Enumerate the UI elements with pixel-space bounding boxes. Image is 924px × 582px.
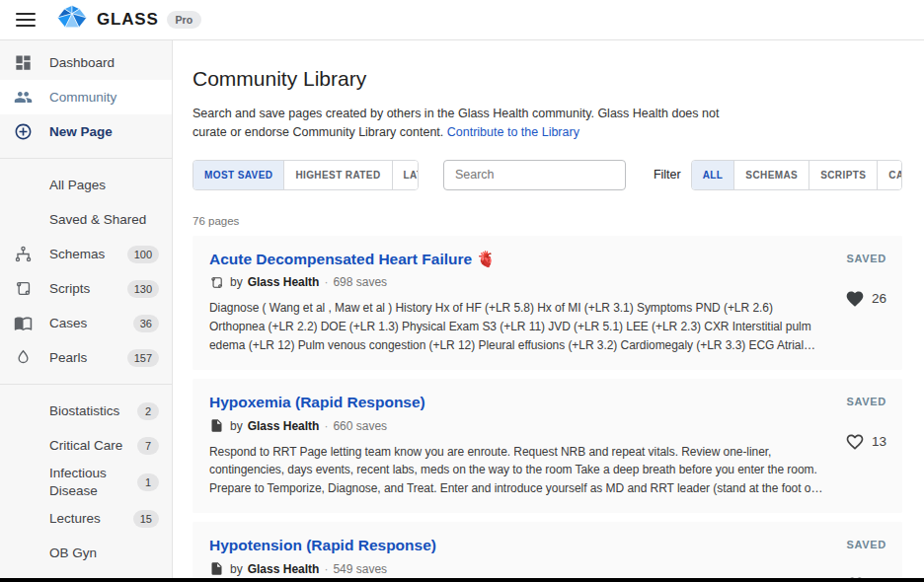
card-author: Glass Health: [248, 562, 320, 576]
like-count: 26: [872, 291, 886, 306]
count-badge: 36: [133, 315, 159, 332]
sidebar-item[interactable]: Dashboard: [0, 45, 172, 80]
sidebar-item[interactable]: All Pages: [0, 168, 172, 202]
card-saves-count: 549 saves: [333, 562, 387, 576]
sidebar-item[interactable]: OB Gyn: [0, 536, 172, 570]
results-count: 76 pages: [192, 215, 902, 227]
app-window: GLASS Pro Dashboard Community: [0, 0, 924, 582]
sidebar-divider: [0, 158, 172, 159]
card-title-link[interactable]: Hypotension (Rapid Response): [209, 536, 825, 556]
page-icon: [209, 561, 225, 577]
page-icon: [209, 418, 225, 434]
card-title-link[interactable]: Acute Decompensated Heart Failure 🫀: [209, 250, 825, 270]
contribute-link[interactable]: Contribute to the Library: [447, 125, 579, 139]
book-icon: [13, 314, 33, 333]
card-excerpt: Diagnose ( Wang et al , Maw et al ) Hist…: [209, 299, 825, 354]
intro-text: Search and save pages created by others …: [192, 105, 755, 142]
library-card: Acute Decompensated Heart Failure 🫀 by G…: [192, 236, 902, 370]
script-icon: [209, 274, 225, 290]
saved-badge: SAVED: [846, 539, 886, 550]
sort-tab[interactable]: HIGHEST RATED: [284, 161, 392, 189]
sort-button-group: MOST SAVED HIGHEST RATED LATEST: [192, 160, 419, 190]
count-badge: 2: [137, 402, 159, 420]
script-icon: [13, 279, 33, 299]
sidebar-categories-group: Biostatistics 2 Critical Care 7 Infectio…: [0, 394, 172, 570]
count-badge: 1: [137, 473, 159, 491]
card-side: SAVED 13: [825, 393, 886, 498]
card-side: SAVED 26: [825, 250, 886, 355]
sidebar-item[interactable]: Scripts 130: [0, 271, 172, 306]
sidebar-library-group: All Pages Saved & Shared Schemas 100: [0, 168, 172, 375]
glass-logo-icon: [55, 4, 89, 36]
filter-tab[interactable]: CASES: [878, 161, 902, 189]
pro-plan-badge: Pro: [167, 11, 202, 29]
count-badge: 100: [127, 246, 159, 263]
card-author: Glass Health: [248, 275, 320, 289]
filter-tab[interactable]: SCRIPTS: [809, 161, 878, 189]
like-count: 13: [872, 434, 886, 449]
saved-badge: SAVED: [846, 396, 886, 407]
search-input[interactable]: [443, 160, 626, 190]
sidebar-item[interactable]: Community: [0, 80, 172, 114]
sidebar-item[interactable]: Biostatistics 2: [0, 394, 172, 428]
sidebar-item[interactable]: New Page: [0, 114, 172, 149]
heart-filled-icon: [845, 289, 865, 309]
sidebar-primary-group: Dashboard Community New Page: [0, 45, 172, 149]
brand-logo[interactable]: GLASS Pro: [55, 4, 201, 36]
sidebar-divider: [0, 384, 172, 385]
page-title: Community Library: [192, 67, 902, 91]
pearl-icon: [13, 348, 33, 368]
card-meta: by Glass Health · 698 saves: [209, 274, 825, 290]
hamburger-menu-icon[interactable]: [16, 13, 36, 27]
sidebar-item[interactable]: Infectious Disease 1: [0, 463, 172, 501]
card-meta: by Glass Health · 660 saves: [209, 418, 825, 434]
people-icon: [13, 88, 33, 108]
sidebar-item[interactable]: Pearls 157: [0, 340, 172, 375]
toolbar: MOST SAVED HIGHEST RATED LATEST Filter A…: [192, 160, 902, 190]
count-badge: 130: [127, 280, 159, 298]
library-card: Hypoxemia (Rapid Response) by Glass Heal…: [192, 379, 902, 513]
sort-tab[interactable]: MOST SAVED: [193, 161, 284, 189]
heart-outline-icon: [845, 432, 865, 452]
bottom-edge-bar: [0, 578, 924, 582]
top-bar: GLASS Pro: [0, 0, 924, 40]
card-title-link[interactable]: Hypoxemia (Rapid Response): [209, 393, 825, 413]
dashboard-icon: [13, 53, 33, 73]
main-content: Community Library Search and save pages …: [173, 40, 924, 578]
filter-tab[interactable]: ALL: [692, 161, 735, 189]
library-card: Hypotension (Rapid Response) by Glass He…: [192, 522, 902, 578]
filter-tab[interactable]: SCHEMAS: [734, 161, 809, 189]
card-saves-count: 698 saves: [333, 275, 387, 289]
sidebar-item[interactable]: Critical Care 7: [0, 428, 172, 463]
sort-tab[interactable]: LATEST: [393, 161, 419, 189]
sidebar-item[interactable]: Saved & Shared: [0, 202, 172, 237]
sidebar-item[interactable]: Lectures 15: [0, 501, 172, 536]
count-badge: 157: [127, 349, 159, 367]
card-side: SAVED 11: [825, 536, 886, 578]
sidebar-item[interactable]: Schemas 100: [0, 237, 172, 271]
filter-label: Filter: [654, 168, 681, 182]
count-badge: 15: [133, 510, 159, 528]
schema-icon: [13, 245, 33, 264]
like-button[interactable]: 26: [845, 289, 886, 309]
like-button[interactable]: 13: [845, 432, 886, 452]
filter-button-group: ALL SCHEMAS SCRIPTS CASES: [691, 160, 902, 190]
card-meta: by Glass Health · 549 saves: [209, 561, 825, 577]
sidebar-item[interactable]: Cases 36: [0, 306, 172, 340]
saved-badge: SAVED: [846, 253, 886, 264]
sidebar: Dashboard Community New Page: [0, 40, 173, 578]
brand-name: GLASS: [97, 10, 159, 30]
card-list: Acute Decompensated Heart Failure 🫀 by G…: [192, 236, 902, 579]
card-saves-count: 660 saves: [333, 419, 387, 433]
card-excerpt: Respond to RRT Page letting team know yo…: [209, 443, 825, 498]
plus-circle-icon: [13, 122, 33, 142]
count-badge: 7: [137, 437, 159, 455]
card-author: Glass Health: [248, 419, 320, 433]
